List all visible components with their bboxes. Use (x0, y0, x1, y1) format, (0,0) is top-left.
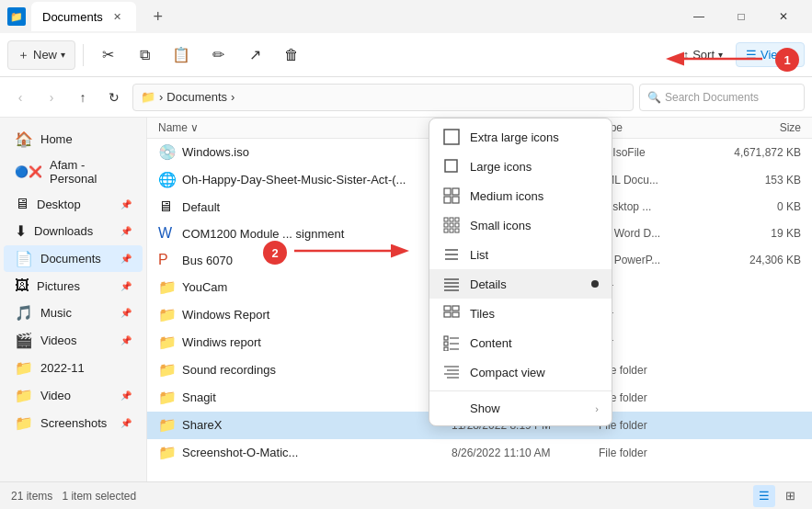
details-view-toggle[interactable]: ☰ (753, 485, 775, 507)
sort-icon: ↕ (683, 48, 690, 62)
svg-rect-1 (445, 160, 457, 172)
list-icon (442, 246, 461, 263)
copy-button[interactable]: ⧉ (128, 39, 161, 72)
file-name-default: Default (182, 200, 452, 214)
file-icon-com1200: W (158, 225, 177, 242)
content-label: Content (470, 336, 599, 350)
large-icons-icon (442, 158, 461, 175)
file-icon-default: 🖥 (158, 198, 177, 215)
forward-button[interactable]: › (39, 85, 64, 110)
status-count: 21 items (11, 490, 52, 503)
menu-item-extra-large-icons[interactable]: Extra large icons (429, 122, 612, 152)
address-path[interactable]: 📁 › Documents › (132, 84, 634, 111)
sidebar-label-documents: Documents (40, 252, 113, 266)
menu-item-list[interactable]: List (429, 240, 612, 269)
sidebar-label-downloads: Downloads (34, 224, 113, 238)
delete-button[interactable]: 🗑 (275, 39, 308, 72)
view-icon: ☰ (746, 48, 757, 62)
svg-rect-22 (444, 306, 451, 311)
file-icon-windows-iso: 💿 (158, 143, 177, 161)
sort-label: Sort (692, 48, 715, 62)
file-icon-windows-report: 📁 (158, 306, 177, 323)
col-header-name[interactable]: Name ∨ (158, 121, 452, 134)
screenshots-pin-icon: 📌 (120, 418, 132, 428)
new-button[interactable]: ＋ New ▾ (7, 40, 75, 70)
sidebar-item-desktop[interactable]: 🖥 Desktop 📌 (4, 191, 143, 217)
sidebar-item-downloads[interactable]: ⬇ Downloads 📌 (4, 218, 143, 244)
up-button[interactable]: ↑ (70, 85, 96, 110)
svg-rect-23 (452, 306, 459, 311)
svg-rect-3 (452, 188, 459, 195)
sidebar-item-documents[interactable]: 📄 Documents 📌 (4, 245, 143, 272)
menu-item-details[interactable]: Details (429, 269, 612, 299)
tab-documents[interactable]: Documents ✕ (31, 2, 136, 31)
status-selected: 1 item selected (62, 490, 136, 503)
view-label: View (761, 48, 786, 62)
cut-button[interactable]: ✂ (91, 39, 124, 72)
sidebar-item-video[interactable]: 📁 Video 📌 (4, 382, 143, 409)
file-name-windows-iso: Windows.iso (182, 145, 452, 159)
menu-item-tiles[interactable]: Tiles (429, 299, 612, 328)
file-icon-sound-recordings: 📁 (158, 361, 177, 379)
minimize-button[interactable]: — (678, 0, 720, 33)
file-type-snagit: File folder (599, 391, 709, 404)
sidebar-label-2022-11: 2022-11 (40, 361, 132, 375)
view-button[interactable]: ☰ View ▾ (736, 42, 805, 67)
sidebar: 🏠 Home 🔵❌ Afam - Personal 🖥 Desktop 📌 ⬇ … (0, 118, 147, 481)
sort-button[interactable]: ↕ Sort ▾ (674, 42, 732, 67)
file-type-screenshot-o-matic: File folder (599, 447, 709, 459)
sidebar-item-afam[interactable]: 🔵❌ Afam - Personal (4, 153, 143, 190)
view-dropdown-menu[interactable]: Extra large icons Large icons Medium ico… (429, 118, 612, 426)
large-icons-label: Large icons (470, 160, 599, 174)
sidebar-item-2022-11[interactable]: 📁 2022-11 (4, 355, 143, 381)
refresh-button[interactable]: ↻ (101, 85, 127, 110)
compact-view-icon (442, 364, 461, 380)
maximize-button[interactable]: □ (720, 0, 762, 33)
sidebar-item-music[interactable]: 🎵 Music 📌 (4, 300, 143, 326)
sidebar-item-screenshots[interactable]: 📁 Screenshots 📌 (4, 410, 143, 436)
new-label: New (33, 48, 57, 62)
menu-divider (429, 390, 612, 391)
svg-rect-13 (450, 229, 453, 232)
file-name-bus6070: Bus 6070 (182, 254, 452, 267)
col-header-type[interactable]: Type (599, 121, 709, 134)
sidebar-item-home[interactable]: 🏠 Home (4, 126, 143, 153)
small-icons-icon (442, 217, 461, 233)
details-icon (442, 276, 461, 292)
rename-button[interactable]: ✏ (201, 39, 234, 72)
music-icon: 🎵 (15, 304, 33, 322)
paste-button[interactable]: 📋 (165, 39, 198, 72)
search-box[interactable]: 🔍 Search Documents (639, 84, 805, 111)
tab-close-button[interactable]: ✕ (110, 9, 125, 24)
video-pin-icon: 📌 (120, 390, 132, 401)
compact-view-label: Compact view (470, 366, 599, 379)
file-row-screenshot-o-matic[interactable]: 📁 Screenshot-O-Matic... 8/26/2022 11:10 … (147, 439, 812, 467)
sidebar-label-home: Home (40, 132, 132, 146)
file-size-com1200: 19 KB (709, 227, 801, 240)
file-name-sound-recordings: Sound recordings (182, 363, 452, 377)
address-bar: ‹ › ↑ ↻ 📁 › Documents › 🔍 Search Documen… (0, 77, 812, 118)
menu-item-compact-view[interactable]: Compact view (429, 357, 612, 387)
menu-item-small-icons[interactable]: Small icons (429, 210, 612, 240)
menu-item-large-icons[interactable]: Large icons (429, 152, 612, 181)
title-bar-left: 📁 Documents ✕ + (7, 2, 171, 31)
file-type-windiws-report: ller (599, 336, 709, 349)
file-icon-snagit: 📁 (158, 389, 177, 406)
menu-item-medium-icons[interactable]: Medium icons (429, 181, 612, 210)
menu-item-show[interactable]: Show › (429, 395, 612, 422)
sidebar-item-pictures[interactable]: 🖼 Pictures 📌 (4, 273, 143, 299)
svg-rect-28 (444, 342, 448, 345)
file-type-sound-recordings: File folder (599, 364, 709, 377)
large-view-toggle[interactable]: ⊞ (779, 485, 801, 507)
share-button[interactable]: ↗ (238, 39, 271, 72)
sidebar-item-videos[interactable]: 🎬 Videos 📌 (4, 327, 143, 354)
new-tab-button[interactable]: + (145, 4, 171, 29)
close-button[interactable]: ✕ (762, 0, 805, 33)
music-pin-icon: 📌 (120, 308, 132, 318)
new-icon: ＋ (17, 47, 29, 63)
menu-item-content[interactable]: Content (429, 328, 612, 357)
col-header-size[interactable]: Size (709, 121, 801, 134)
tab-label: Documents (42, 10, 103, 24)
extra-large-icons-label: Extra large icons (470, 130, 599, 144)
back-button[interactable]: ‹ (7, 85, 33, 110)
